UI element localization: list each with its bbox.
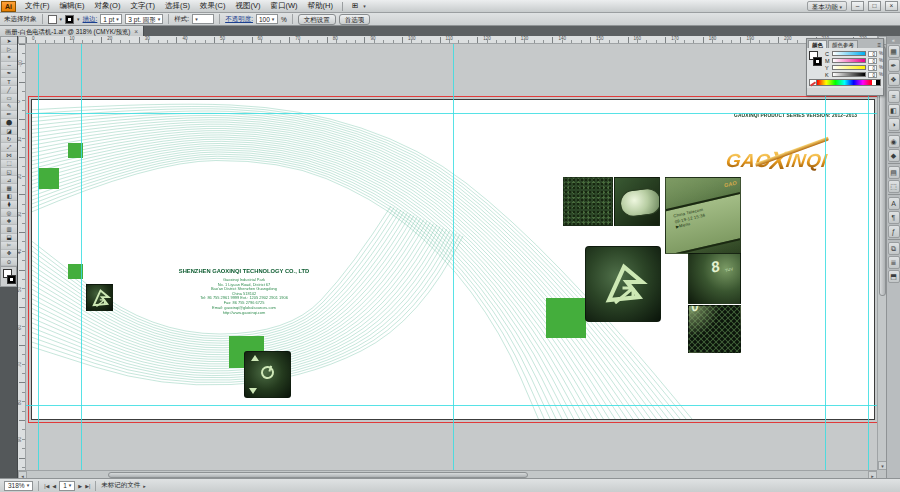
preferences-button[interactable]: 首选项 (339, 14, 371, 25)
fill-color-swatch[interactable] (48, 15, 57, 24)
style-dropdown[interactable]: ▾ (192, 14, 214, 24)
graphic-styles-panel[interactable]: ◆ (888, 149, 900, 162)
eraser-tool[interactable]: ◪ (1, 127, 17, 135)
align-panel[interactable]: ≣ (888, 256, 900, 269)
menu-item-2[interactable]: 对象(O) (90, 0, 126, 12)
company-info-block[interactable]: SHENZHEN GAOXINQI TECHNOLOGY CO., LTD Ga… (178, 267, 310, 315)
blob-brush-tool[interactable]: ⬤ (1, 119, 17, 127)
layers-panel[interactable]: ▤ (888, 166, 900, 179)
window-close-button[interactable]: × (885, 1, 898, 11)
guide-vertical[interactable] (453, 44, 454, 470)
symbols-panel[interactable]: ❖ (888, 73, 900, 86)
lasso-tool[interactable]: ∽ (1, 62, 17, 70)
fill-caret-icon[interactable]: ▾ (60, 16, 63, 22)
tool-fill-stroke-widget[interactable] (0, 267, 17, 287)
slider-bar-Y[interactable] (832, 65, 866, 70)
color-stroke-swatch[interactable] (813, 57, 822, 66)
vertical-ruler[interactable]: -100102030405060708090 (18, 44, 26, 470)
spectrum-gradient[interactable] (817, 80, 872, 85)
tab-close-icon[interactable]: × (134, 27, 138, 36)
swatches-panel[interactable]: ▦ (888, 45, 900, 58)
slice-tool[interactable]: ✂ (1, 242, 17, 250)
hand-tool[interactable]: ✥ (1, 250, 17, 258)
slider-bar-M[interactable] (832, 58, 866, 63)
guide-horizontal[interactable] (26, 113, 877, 114)
selection-tool[interactable]: ➤ (1, 37, 17, 45)
direct-selection-tool[interactable]: ▷ (1, 45, 17, 53)
earpiece-photo-tile[interactable] (614, 177, 660, 226)
rectangle-tool[interactable]: ▭ (1, 94, 17, 102)
opacity-label[interactable]: 不透明度: (225, 15, 253, 24)
vertical-scrollbar[interactable]: ▴ ▾ (877, 36, 886, 470)
menu-item-1[interactable]: 编辑(E) (55, 0, 90, 12)
stroke-weight-input[interactable]: 1 pt▾ (100, 14, 122, 24)
gradient-panel[interactable]: ◧ (888, 104, 900, 117)
zoom-level-dropdown[interactable]: 318%▾ (4, 481, 33, 491)
speaker-grill-photo-tile[interactable]: 0 (688, 305, 741, 353)
workspace-switcher[interactable]: 基本功能 ▾ (807, 1, 847, 11)
opacity-input[interactable]: 100▾ (256, 14, 278, 24)
green-square[interactable] (38, 168, 59, 189)
magic-wand-tool[interactable]: ✶ (1, 53, 17, 61)
zoom-tool[interactable]: ⊙ (1, 258, 17, 266)
type-tool[interactable]: T (1, 78, 17, 86)
stroke-color-swatch[interactable] (65, 15, 74, 24)
menu-item-4[interactable]: 选择(S) (160, 0, 195, 12)
guide-vertical[interactable] (38, 44, 39, 470)
guide-horizontal[interactable] (26, 405, 877, 406)
eyedropper-tool[interactable]: ⧫ (1, 201, 17, 209)
window-restore-button[interactable]: □ (868, 1, 881, 11)
menu-item-3[interactable]: 文字(T) (125, 0, 160, 12)
none-swatch[interactable] (810, 80, 817, 85)
slider-value-K[interactable]: 0 (868, 72, 877, 78)
last-artboard-button[interactable]: ▶| (85, 483, 90, 489)
slider-bar-C[interactable] (832, 51, 866, 56)
gradient-tool[interactable]: ◧ (1, 193, 17, 201)
key-8-photo-tile[interactable]: 8 TUV (688, 253, 741, 304)
transform-panel[interactable]: ⧉ (888, 242, 900, 255)
arrange-documents-caret-icon[interactable]: ▾ (363, 3, 366, 9)
brush-definition-dropdown[interactable]: 3 pt. 圆形▾ (125, 14, 163, 24)
horizontal-ruler[interactable]: 0102030405060708090100110120130140150160… (26, 36, 877, 44)
green-square[interactable] (546, 298, 586, 338)
document-tab[interactable]: 画册-白色电话机-1.ai* @ 318% (CMYK/预览) × (0, 26, 144, 36)
artboards-panel[interactable]: ⬚ (888, 180, 900, 193)
artboard-tool[interactable]: ⬓ (1, 234, 17, 242)
tab-color-guide[interactable]: 颜色参考 (828, 40, 858, 48)
tab-color[interactable]: 颜色 (808, 40, 827, 48)
slider-value-Y[interactable]: 0 (868, 65, 877, 71)
rotate-tool[interactable]: ↻ (1, 135, 17, 143)
brushes-panel[interactable]: ✒ (888, 59, 900, 72)
pathfinder-panel[interactable]: ⬒ (888, 270, 900, 283)
white-black-swatch[interactable] (872, 80, 880, 85)
lcd-screen-photo-tile[interactable]: GAO China Telecom09-19-12 15:36▶Menu (665, 177, 741, 254)
pencil-tool[interactable]: ✏ (1, 111, 17, 119)
artboard-number-dropdown[interactable]: 1▾ (59, 481, 75, 491)
window-minimize-button[interactable]: – (851, 1, 864, 11)
slider-value-M[interactable]: 0 (868, 58, 877, 64)
dock-collapse-button[interactable]: « (887, 36, 900, 44)
menu-item-7[interactable]: 窗口(W) (265, 0, 302, 12)
mesh-tool[interactable]: ▦ (1, 184, 17, 192)
pen-tool[interactable]: ✒ (1, 70, 17, 78)
opentype-panel[interactable]: ƒ (888, 225, 900, 238)
guide-vertical[interactable] (81, 44, 82, 470)
paragraph-panel[interactable]: ¶ (888, 211, 900, 224)
guide-vertical[interactable] (825, 44, 826, 470)
tools-stroke-swatch[interactable] (7, 275, 16, 284)
menu-item-5[interactable]: 效果(C) (195, 0, 230, 12)
stroke-label[interactable]: 描边: (83, 15, 98, 24)
free-transform-tool[interactable]: ⬚ (1, 160, 17, 168)
horizontal-scrollbar[interactable]: ◂ ▸ (18, 470, 877, 478)
line-segment-tool[interactable]: ╱ (1, 86, 17, 94)
slider-bar-K[interactable] (832, 72, 866, 77)
next-artboard-button[interactable]: ▶ (78, 483, 82, 489)
logo-key-photo-tile[interactable] (585, 246, 661, 322)
character-panel[interactable]: A (888, 197, 900, 210)
menu-item-8[interactable]: 帮助(H) (303, 0, 338, 12)
stroke-panel[interactable]: ≡ (888, 90, 900, 103)
paintbrush-tool[interactable]: ✎ (1, 103, 17, 111)
power-button-photo-tile[interactable] (244, 351, 291, 398)
first-artboard-button[interactable]: |◀ (44, 483, 49, 489)
blend-tool[interactable]: ◎ (1, 209, 17, 217)
